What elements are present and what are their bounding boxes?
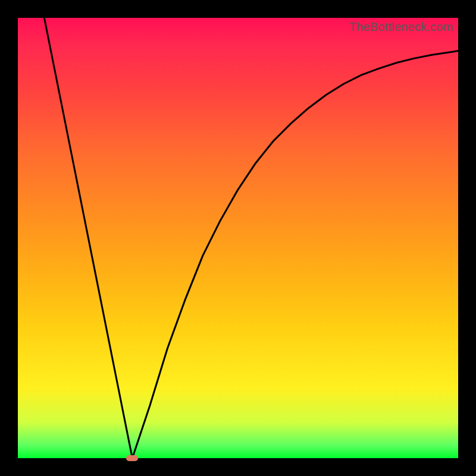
plot-area: TheBottleneck.com [18, 18, 458, 458]
minimum-marker [126, 455, 138, 461]
chart-frame: TheBottleneck.com [0, 0, 476, 476]
curve-path [44, 18, 458, 458]
bottleneck-curve [18, 18, 458, 458]
